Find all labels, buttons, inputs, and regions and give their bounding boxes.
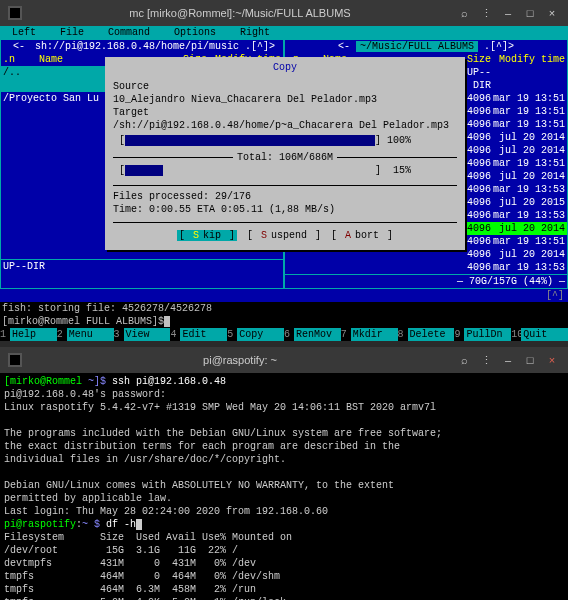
app-icon: [8, 353, 22, 367]
maximize-button[interactable]: □: [522, 354, 538, 366]
fkey-pulldn[interactable]: 9PullDn: [454, 328, 511, 341]
terminal-line: individual files in /usr/share/doc/*/cop…: [4, 453, 564, 466]
svg-rect-1: [10, 8, 20, 18]
window-title: pi@raspotify: ~: [30, 354, 450, 366]
terminal-line: Linux raspotify 5.4.42-v7+ #1319 SMP Wed…: [4, 401, 564, 414]
window-title: mc [mirko@Rommel]:~/Music/FULL ALBUMS: [30, 7, 450, 19]
minimize-button[interactable]: –: [500, 7, 516, 19]
files-processed: Files processed: 29/176: [113, 190, 457, 203]
mc-panels: <- sh://pi@192.168.0.48/home/pi/music .[…: [0, 39, 568, 289]
fkey-menu[interactable]: 2Menu: [57, 328, 114, 341]
dialog-title: Copy: [113, 61, 457, 74]
fkey-copy[interactable]: 5Copy: [227, 328, 284, 341]
menu-icon[interactable]: ⋮: [478, 354, 494, 367]
terminal-line: permitted by applicable law.: [4, 492, 564, 505]
search-icon[interactable]: ⌕: [456, 354, 472, 366]
source-file: 10_Alejandro Nieva_Chacarera Del Pelador…: [113, 93, 457, 106]
terminal-window: pi@raspotify: ~ ⌕ ⋮ – □ × [mirko@Rommel …: [0, 347, 568, 600]
fkey-quit[interactable]: 10Quit: [511, 328, 568, 341]
terminal-line: The programs included with the Debian GN…: [4, 427, 564, 440]
menu-icon[interactable]: ⋮: [478, 7, 494, 20]
file-progress-pct: 100%: [387, 135, 411, 146]
fkey-renmov[interactable]: 6RenMov: [284, 328, 341, 341]
terminal-line: Debian GNU/Linux comes with ABSOLUTELY N…: [4, 479, 564, 492]
total-progress-bar: [125, 165, 163, 176]
fkey-edit[interactable]: 4Edit: [170, 328, 227, 341]
app-icon: [8, 6, 22, 20]
file-progress-bar: [125, 135, 375, 146]
list-item[interactable]: 4096mar 19 13:53: [285, 261, 567, 274]
search-icon[interactable]: ⌕: [456, 7, 472, 19]
terminal-line: /dev/root 15G 3.1G 11G 22% /: [4, 544, 564, 557]
mc-menubar[interactable]: Left File Command Options Right: [0, 26, 568, 39]
minimize-button[interactable]: –: [500, 354, 516, 366]
time-eta: Time: 0:00.55 ETA 0:05.11 (1,88 MB/s): [113, 203, 457, 216]
total-label: Total: 106M/686M: [233, 151, 337, 164]
terminal-titlebar: pi@raspotify: ~ ⌕ ⋮ – □ ×: [0, 347, 568, 373]
left-path: sh://pi@192.168.0.48/home/pi/music: [35, 41, 239, 52]
terminal-body[interactable]: [mirko@Rommel ~]$ ssh pi@192.168.0.48pi@…: [0, 373, 568, 600]
terminal-line: tmpfs 464M 0 464M 0% /dev/shm: [4, 570, 564, 583]
status-line-2[interactable]: [mirko@Rommel FULL ALBUMS]$: [0, 315, 568, 328]
fkey-mkdir[interactable]: 7Mkdir: [341, 328, 398, 341]
terminal-line: pi@192.168.0.48's password:: [4, 388, 564, 401]
menu-file[interactable]: File: [48, 26, 96, 39]
terminal-line: Filesystem Size Used Avail Use% Mounted …: [4, 531, 564, 544]
terminal-line: pi@raspotify:~ $ df -h: [4, 518, 564, 531]
mc-titlebar: mc [mirko@Rommel]:~/Music/FULL ALBUMS ⌕ …: [0, 0, 568, 26]
menu-right[interactable]: Right: [228, 26, 282, 39]
total-progress-pct: 15%: [393, 165, 411, 176]
skip-button[interactable]: [ Skip ]: [177, 230, 237, 241]
svg-rect-3: [10, 355, 20, 365]
copy-dialog: Copy Source 10_Alejandro Nieva_Chacarera…: [105, 57, 465, 250]
terminal-line: tmpfs 5.0M 4.0K 5.0M 1% /run/lock: [4, 596, 564, 600]
terminal-line: [mirko@Rommel ~]$ ssh pi@192.168.0.48: [4, 375, 564, 388]
suspend-button[interactable]: [ Suspend ]: [247, 230, 321, 241]
close-button[interactable]: ×: [544, 354, 560, 366]
terminal-line: [4, 414, 564, 427]
mc-hint: [^]: [0, 289, 568, 302]
abort-button[interactable]: [ Abort ]: [331, 230, 393, 241]
fkey-view[interactable]: 3View: [114, 328, 171, 341]
mc-window: mc [mirko@Rommel]:~/Music/FULL ALBUMS ⌕ …: [0, 0, 568, 341]
close-button[interactable]: ×: [544, 7, 560, 19]
target-file: /sh://pi@192.168.0.48/home/p~a_Chacarera…: [113, 119, 457, 132]
disk-usage: 70G/157G (44%): [469, 276, 553, 287]
right-path: ~/Music/FULL ALBUMS: [356, 41, 478, 52]
source-label: Source: [113, 80, 457, 93]
fkey-help[interactable]: 1Help: [0, 328, 57, 341]
terminal-line: the exact distribution terms for each pr…: [4, 440, 564, 453]
mc-fkeys: 1Help2Menu3View4Edit5Copy6RenMov7Mkdir8D…: [0, 328, 568, 341]
terminal-line: Last login: Thu May 28 02:24:00 2020 fro…: [4, 505, 564, 518]
maximize-button[interactable]: □: [522, 7, 538, 19]
fkey-delete[interactable]: 8Delete: [398, 328, 455, 341]
menu-options[interactable]: Options: [162, 26, 228, 39]
mc-body: Left File Command Options Right <- sh://…: [0, 26, 568, 341]
menu-command[interactable]: Command: [96, 26, 162, 39]
menu-left[interactable]: Left: [0, 26, 48, 39]
terminal-line: [4, 466, 564, 479]
terminal-line: devtmpfs 431M 0 431M 0% /dev: [4, 557, 564, 570]
status-line-1: fish: storing file: 4526278/4526278: [0, 302, 568, 315]
target-label: Target: [113, 106, 457, 119]
left-footer: UP--DIR: [1, 259, 283, 273]
terminal-line: tmpfs 464M 6.3M 458M 2% /run: [4, 583, 564, 596]
